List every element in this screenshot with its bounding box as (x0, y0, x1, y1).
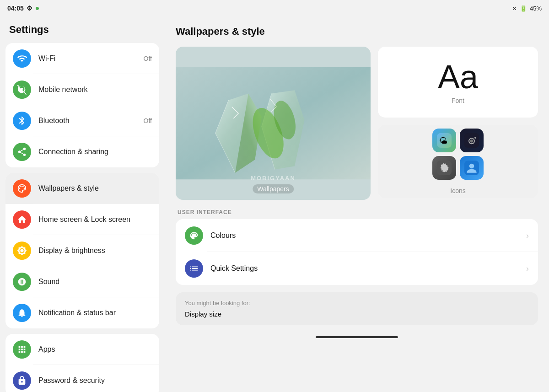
right-cards: Aa Font 🌤 (378, 47, 538, 200)
svg-point-11 (470, 140, 474, 143)
svg-point-2 (22, 186, 24, 188)
wallpapers-style-label: Wallpapers & style (38, 184, 152, 193)
app-icon-settings (432, 156, 456, 180)
gear-icon: ⚙ (27, 5, 32, 12)
watermark: MOBIGYAAN (251, 175, 296, 182)
battery-icon: 🔋 (520, 5, 527, 12)
sidebar-item-wallpapers-style[interactable]: Wallpapers & style (5, 173, 159, 204)
sidebar-item-sound[interactable]: Sound (5, 266, 159, 297)
sidebar-title: Settings (5, 20, 159, 43)
colours-chevron: › (526, 231, 529, 241)
quick-settings-chevron: › (526, 264, 529, 274)
colours-icon (185, 226, 203, 245)
sidebar-item-bluetooth[interactable]: Bluetooth Off (5, 105, 159, 136)
home-lock-screen-icon (13, 210, 31, 229)
sidebar-group-network: Wi-Fi Off Mobile network Bluetooth Off (5, 43, 159, 167)
battery-x-icon: ✕ (512, 5, 517, 12)
status-left: 04:05 ⚙ ● (7, 4, 39, 12)
ui-item-quick-settings[interactable]: Quick Settings › (176, 252, 538, 285)
sound-icon (13, 273, 31, 291)
sidebar-item-wifi[interactable]: Wi-Fi Off (5, 43, 159, 74)
connection-sharing-label: Connection & sharing (38, 148, 152, 156)
main-layout: Settings Wi-Fi Off Mobile network B (0, 16, 549, 392)
time-display: 04:05 (7, 5, 24, 12)
svg-point-0 (19, 188, 21, 189)
connection-sharing-icon (13, 143, 31, 161)
display-brightness-icon (13, 242, 31, 260)
looking-for-card: You might be looking for: Display size (176, 292, 538, 325)
looking-hint: You might be looking for: (185, 300, 529, 306)
notification-status-icon (13, 304, 31, 322)
colours-label: Colours (210, 231, 519, 240)
sidebar-item-notification-status[interactable]: Notification & status bar (5, 297, 159, 328)
sidebar-item-password-security[interactable]: Password & security (5, 365, 159, 392)
font-display: Aa (438, 60, 478, 93)
sidebar-item-display-brightness[interactable]: Display & brightness (5, 235, 159, 266)
content-title: Wallpapers & style (176, 26, 538, 38)
font-label: Font (452, 97, 464, 104)
password-security-label: Password & security (38, 376, 152, 385)
app-icon-contacts (460, 156, 484, 180)
section-label: USER INTERFACE (176, 209, 538, 215)
sidebar-item-mobile-network[interactable]: Mobile network (5, 74, 159, 105)
bluetooth-icon (13, 112, 31, 130)
mobile-network-icon (13, 81, 31, 99)
app-icon-camera (460, 129, 484, 152)
app-icon-weather: 🌤 (432, 129, 456, 152)
sidebar-item-connection-sharing[interactable]: Connection & sharing (5, 136, 159, 167)
wifi-label: Wi-Fi (38, 54, 136, 63)
sidebar-group-display: Wallpapers & style Home screen & Lock sc… (5, 173, 159, 328)
bluetooth-label: Bluetooth (38, 117, 136, 125)
cards-row: MOBIGYAAN Wallpapers Aa Font 🌤 (176, 47, 538, 200)
bluetooth-value: Off (144, 117, 152, 124)
ui-item-colours[interactable]: Colours › (176, 219, 538, 252)
bottom-bar (316, 336, 398, 338)
svg-text:🌤: 🌤 (439, 136, 448, 145)
svg-point-15 (469, 164, 474, 169)
signal-icon: ● (35, 4, 40, 12)
looking-link[interactable]: Display size (185, 310, 529, 318)
display-brightness-label: Display & brightness (38, 247, 152, 255)
battery-percent: 45% (530, 5, 542, 12)
ui-card: Colours › Quick Settings › (176, 219, 538, 285)
quick-settings-icon (185, 259, 203, 278)
bottom-line (176, 333, 538, 342)
home-lock-screen-label: Home screen & Lock screen (38, 215, 152, 224)
wifi-icon (13, 49, 31, 68)
apps-label: Apps (38, 345, 152, 354)
svg-point-1 (20, 186, 22, 188)
svg-point-3 (24, 188, 25, 189)
wallpapers-style-icon (13, 179, 31, 198)
sidebar-group-apps: Apps Password & security (5, 334, 159, 392)
wifi-value: Off (144, 55, 152, 62)
sidebar: Settings Wi-Fi Off Mobile network B (0, 16, 165, 392)
sound-label: Sound (38, 278, 152, 286)
icons-label: Icons (450, 187, 465, 194)
status-bar: 04:05 ⚙ ● ✕ 🔋 45% (0, 0, 549, 16)
icons-grid: 🌤 (432, 129, 484, 180)
wallpaper-label: Wallpapers (253, 184, 294, 193)
quick-settings-label: Quick Settings (210, 264, 519, 273)
svg-point-12 (474, 137, 476, 139)
icons-card[interactable]: 🌤 Icons (378, 125, 538, 198)
sidebar-item-home-lock-screen[interactable]: Home screen & Lock screen (5, 204, 159, 235)
content-area: Wallpapers & style (165, 16, 549, 392)
apps-icon (13, 340, 31, 359)
password-security-icon (13, 371, 31, 390)
wallpaper-card[interactable]: MOBIGYAAN Wallpapers (176, 47, 371, 200)
notification-status-label: Notification & status bar (38, 309, 152, 317)
font-card[interactable]: Aa Font (378, 47, 538, 118)
sidebar-item-apps[interactable]: Apps (5, 334, 159, 365)
mobile-network-label: Mobile network (38, 86, 152, 94)
status-right: ✕ 🔋 45% (512, 5, 542, 12)
